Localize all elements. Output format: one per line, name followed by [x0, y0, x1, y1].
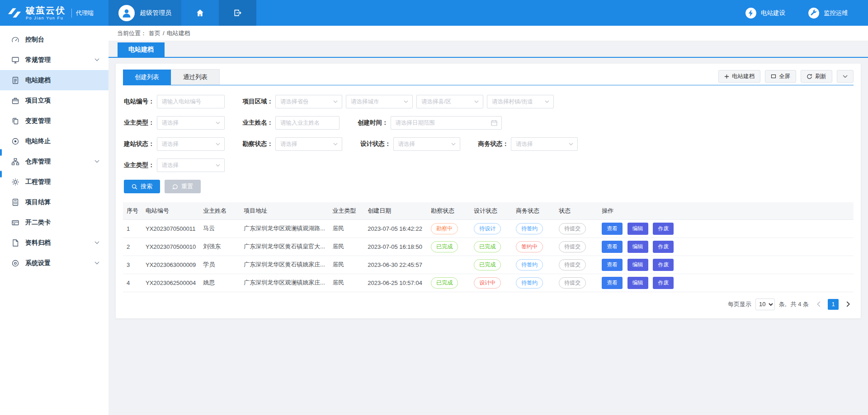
breadcrumb: 当前位置： 首页 / 电站建档	[108, 26, 868, 41]
create-station-button[interactable]: 电站建档	[718, 70, 760, 83]
view-button[interactable]: 查看	[602, 259, 623, 271]
owner-type2-select[interactable]: 请选择	[157, 159, 225, 172]
sidebar-item-class2-card[interactable]: 开二类卡	[0, 212, 108, 233]
search-button[interactable]: 搜索	[124, 180, 160, 193]
filter-label: 建站状态：	[124, 140, 155, 148]
sidebar-item-station-termination[interactable]: 电站终止	[0, 131, 108, 151]
sidebar-item-general[interactable]: 常规管理	[0, 50, 108, 70]
cell-created: 2023-07-05 16:18:50	[364, 238, 427, 256]
quick-link-ops[interactable]: 监控运维	[808, 7, 848, 19]
cell-created: 2023-06-30 22:45:57	[364, 256, 427, 274]
view-button[interactable]: 查看	[602, 241, 623, 253]
prev-page-button[interactable]	[813, 299, 824, 310]
chevron-down-icon	[451, 143, 456, 145]
sidebar-item-label: 系统设置	[25, 259, 51, 267]
quick-link-construction[interactable]: 电站建设	[745, 7, 785, 19]
filter-owner-type: 业主类型： 请选择	[124, 116, 225, 130]
refresh-button[interactable]: 刷新	[801, 70, 832, 83]
sidebar-item-archive[interactable]: 资料归档	[0, 233, 108, 253]
home-button[interactable]	[181, 0, 219, 26]
sidebar-item-warehouse[interactable]: 仓库管理	[0, 151, 108, 172]
void-button[interactable]: 作废	[653, 259, 674, 271]
breadcrumb-home[interactable]: 首页	[149, 29, 160, 37]
view-button[interactable]: 查看	[602, 223, 623, 235]
filter-label: 业主类型：	[124, 119, 155, 127]
edit-button[interactable]: 编辑	[627, 241, 648, 253]
build-status-select[interactable]: 请选择	[157, 137, 225, 151]
town-select[interactable]: 请选择村镇/街道	[487, 95, 554, 108]
dashboard-icon	[11, 36, 19, 44]
page-number[interactable]: 1	[828, 299, 839, 310]
sidebar-scrollbar-thumb[interactable]	[0, 149, 2, 156]
sidebar: 控制台 常规管理 电站建档 项目立项 变更管理 电站终止 仓库管理 工程管理 项…	[0, 26, 108, 415]
archive-file-icon	[11, 239, 19, 247]
sidebar-scrollbar-thumb[interactable]	[0, 171, 2, 177]
sidebar-item-station-filing[interactable]: 电站建档	[0, 70, 108, 90]
tab-create-list[interactable]: 创建列表	[123, 70, 171, 85]
edit-button[interactable]: 编辑	[627, 223, 648, 235]
filter-label: 创建时间：	[358, 119, 388, 127]
chevron-down-icon	[94, 58, 99, 61]
tab-passed-list[interactable]: 通过列表	[171, 69, 220, 85]
city-select[interactable]: 请选择城市	[346, 95, 413, 108]
per-page-select[interactable]: 10	[755, 298, 775, 310]
sidebar-item-project-initiation[interactable]: 项目立项	[0, 90, 108, 111]
cell-type: 居民	[329, 219, 364, 238]
column-header: 状态	[555, 202, 598, 219]
cell-address: 广东深圳龙华区观澜镇姚家庄...	[240, 274, 329, 292]
collapse-toolbar-button[interactable]	[837, 70, 854, 83]
design-status-select[interactable]: 请选择	[393, 137, 460, 151]
business-status-badge: 待签约	[516, 259, 543, 270]
void-button[interactable]: 作废	[653, 223, 674, 235]
user-menu[interactable]: 超级管理员	[108, 0, 181, 26]
void-button[interactable]: 作废	[653, 277, 674, 289]
list-tab-bar: 创建列表 通过列表 电站建档 全屏 刷新	[123, 69, 854, 85]
design-status-badge: 设计中	[474, 277, 501, 289]
sidebar-item-settings[interactable]: 系统设置	[0, 253, 108, 273]
design-status-badge: 待设计	[474, 223, 501, 234]
sidebar-item-change-management[interactable]: 变更管理	[0, 111, 108, 131]
column-header: 项目地址	[240, 202, 329, 219]
province-select[interactable]: 请选择省份	[275, 95, 342, 108]
page-tab-bar: 电站建档	[108, 42, 868, 58]
edit-button[interactable]: 编辑	[627, 277, 648, 289]
edit-button[interactable]: 编辑	[627, 259, 648, 271]
avatar	[118, 5, 135, 21]
filter-label: 业主姓名：	[243, 119, 274, 127]
status-badge: 待提交	[559, 277, 586, 289]
date-range-picker[interactable]: 请选择日期范围	[391, 116, 502, 130]
fullscreen-button[interactable]: 全屏	[765, 70, 796, 83]
void-button[interactable]: 作废	[653, 241, 674, 253]
select-placeholder: 请选择	[398, 140, 415, 148]
reset-button[interactable]: 重置	[165, 180, 201, 193]
select-placeholder: 请选择县/区	[421, 98, 451, 106]
calendar-icon	[491, 120, 497, 126]
breadcrumb-current: 电站建档	[167, 29, 190, 37]
sidebar-item-engineering[interactable]: 工程管理	[0, 172, 108, 192]
sitemap-icon	[11, 158, 19, 166]
sidebar-item-console[interactable]: 控制台	[0, 29, 108, 50]
owner-name-input[interactable]	[275, 116, 340, 130]
view-button[interactable]: 查看	[602, 277, 623, 289]
chevron-down-icon	[216, 164, 220, 167]
cell-owner: 刘强东	[199, 238, 240, 256]
survey-status-select[interactable]: 请选择	[275, 137, 342, 151]
chevron-down-icon	[94, 261, 99, 264]
owner-type-select[interactable]: 请选择	[157, 116, 225, 130]
select-placeholder: 请选择	[162, 140, 179, 148]
page-tab-station-filing[interactable]: 电站建档	[118, 42, 165, 57]
station-code-input[interactable]	[157, 95, 225, 108]
reset-label: 重置	[181, 182, 193, 191]
cell-code: YX2023062500004	[142, 274, 199, 292]
quick-link-label: 电站建设	[761, 9, 785, 17]
business-status-select[interactable]: 请选择	[511, 137, 578, 151]
sidebar-item-settlement[interactable]: 项目结算	[0, 192, 108, 212]
next-page-button[interactable]	[843, 299, 854, 310]
settings-icon	[11, 259, 19, 267]
sidebar-item-label: 控制台	[25, 36, 44, 44]
design-status-badge: 已完成	[474, 241, 501, 252]
county-select[interactable]: 请选择县/区	[416, 95, 483, 108]
logout-button[interactable]	[219, 0, 256, 26]
chevron-down-icon	[545, 100, 549, 103]
table-row: 1 YX2023070500011 马云 广东深圳龙华区观澜镇观湖路... 居民…	[123, 219, 854, 238]
